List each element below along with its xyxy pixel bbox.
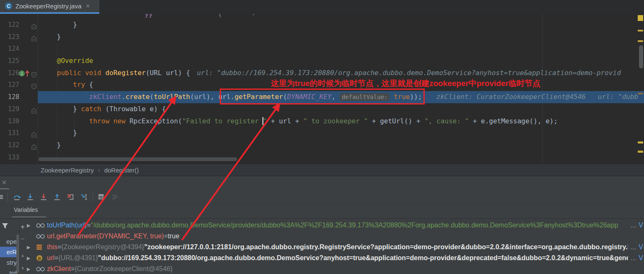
annotation-comment: 这里为true的时候为临时节点，这里就是创建zookeeper中provider… (271, 78, 540, 89)
expander-arrow-icon[interactable]: ▶ (27, 266, 36, 272)
clipped-toolbar-icon (0, 193, 4, 201)
toolbar-separator (8, 191, 8, 202)
code-token: doRegister (105, 69, 145, 77)
step-over-icon[interactable] (13, 193, 21, 201)
code-token: } (41, 21, 77, 29)
tool-tab-indicator (0, 188, 9, 189)
breadcrumb-class[interactable]: ZookeeperRegistry (41, 167, 94, 174)
editor-tab-bar: C ZookeeperRegistry.java ✕ (0, 0, 644, 14)
equals-sign: = (164, 232, 168, 240)
this-variable-icon (36, 244, 47, 250)
code-token: + e.getMessage(), e); (469, 117, 558, 125)
breadcrumb-method[interactable]: doRegister() (104, 167, 139, 174)
object-reference: {CuratorZookeeperClient@4546} (75, 265, 172, 273)
stripe-mark (638, 93, 643, 94)
code-token: "Failed to register (182, 117, 263, 125)
code-text: throw new RpcException("Failed to regist… (38, 115, 644, 128)
code-token: @Override (41, 57, 93, 65)
code-token: } (41, 33, 61, 41)
java-class-icon: C (5, 3, 12, 10)
gutter-icons (19, 115, 38, 128)
gutter-icons (19, 31, 38, 43)
code-text: } catch (Throwable e) { (38, 103, 644, 115)
view-link-clipped[interactable]: ...V (628, 220, 643, 231)
code-token: { (85, 81, 93, 89)
variable-value: "zookeeper://127.0.0.1:2181/org.apache.d… (144, 243, 636, 251)
variable-value: true (168, 232, 179, 240)
clipped-glyph: ( (218, 14, 222, 18)
drop-frame-icon[interactable] (67, 193, 74, 201)
code-token (109, 117, 114, 125)
step-buttons-group (13, 193, 88, 201)
line-number: 128 (0, 91, 19, 103)
variable-row[interactable]: ▶purl = {URL@4391} "dubbo://169.254.39.1… (0, 253, 644, 264)
code-token: try (73, 81, 85, 89)
expander-arrow-icon[interactable]: ▶ (27, 245, 36, 250)
code-token: ( (150, 93, 154, 101)
code-token (81, 69, 85, 77)
run-to-cursor-icon[interactable] (80, 193, 88, 201)
code-text: @Override (38, 55, 644, 67)
chevron-right-icon: › (98, 167, 100, 173)
watch-variable-icon (36, 266, 47, 272)
line-number: 132 (0, 139, 19, 151)
code-token: zkClient (89, 93, 122, 101)
code-token: " to zookeeper " (303, 117, 368, 125)
evaluate-expression-icon[interactable] (97, 193, 105, 201)
close-icon[interactable]: ✕ (2, 179, 7, 186)
expander-arrow-icon[interactable]: ▶ (27, 223, 36, 228)
code-line: 131 } (0, 127, 644, 139)
object-reference: {URL@4391} (58, 254, 98, 262)
line-number: 126 (0, 67, 19, 79)
variable-row[interactable]: ▶this = {ZookeeperRegistry@4394} "zookee… (0, 242, 644, 253)
variable-name: this (47, 243, 57, 251)
tab-zookeeperregistry[interactable]: C ZookeeperRegistry.java ✕ (0, 0, 99, 12)
extra-buttons-group (97, 193, 118, 201)
view-link-clipped[interactable]: ...V (628, 242, 643, 253)
horizontal-scrollbar[interactable] (39, 157, 237, 161)
gutter-icons (19, 139, 38, 151)
variable-name: url.getParameter(DYNAMIC_KEY, true) (47, 232, 164, 240)
code-token: new (113, 117, 125, 125)
variable-name: zkClient (47, 265, 71, 273)
line-number: 122 (0, 19, 19, 31)
expander-arrow-icon[interactable]: ▶ (27, 256, 36, 261)
code-text (38, 43, 644, 55)
variable-row[interactable]: ▶zkClient = {CuratorZookeeperClient@4546… (0, 264, 644, 274)
step-into-icon[interactable] (26, 193, 34, 201)
equals-sign: = (55, 254, 58, 262)
code-token: void (85, 69, 101, 77)
object-reference: {ZookeeperRegistry@4394} (61, 243, 144, 251)
breadcrumb: ZookeeperRegistry › doRegister() (0, 164, 644, 176)
watch-variable-icon (36, 234, 47, 239)
code-token: create (125, 93, 150, 101)
line-number: 133 (0, 151, 19, 164)
code-line: 126O public void doRegister(URL url) {ur… (0, 67, 644, 79)
trace-settings-icon[interactable] (111, 193, 118, 201)
code-token (101, 69, 106, 77)
line-number: 124 (0, 43, 19, 55)
code-text: } (38, 139, 644, 151)
code-token: } (41, 129, 77, 137)
code-token: . (122, 93, 126, 101)
variable-row[interactable]: url.getParameter(DYNAMIC_KEY, true) = tr… (0, 231, 644, 242)
tab-variables[interactable]: Variables (14, 206, 38, 213)
clipped-code-remnant: yy(˅ (0, 14, 644, 19)
force-step-into-icon[interactable] (40, 193, 47, 201)
code-token: RpcException( (125, 117, 182, 125)
view-link-clipped[interactable]: ...V (628, 253, 643, 264)
stripe-mark (638, 15, 643, 21)
variable-value: "dubbo://169.254.39.173:20880/org.apache… (98, 254, 635, 262)
step-out-icon[interactable] (53, 193, 61, 201)
gutter-icons (19, 55, 38, 67)
tab-close-icon[interactable]: ✕ (86, 3, 90, 9)
vertical-scrollbar[interactable] (639, 45, 643, 68)
ide-window: C ZookeeperRegistry.java ✕ yy(˅ 122 }123… (0, 0, 644, 274)
code-token: } (41, 141, 61, 149)
debug-panel: ✕ Variables epeerRstrytrd +−▲▼ ▶toUrlP (0, 176, 644, 274)
code-token: catch (81, 105, 101, 113)
code-token (41, 81, 73, 89)
code-line: 124 (0, 43, 644, 55)
code-line: 123 } (0, 31, 644, 43)
variable-row[interactable]: ▶toUrlPath(url) = "/dubbo/org.apache.dub… (0, 220, 644, 231)
